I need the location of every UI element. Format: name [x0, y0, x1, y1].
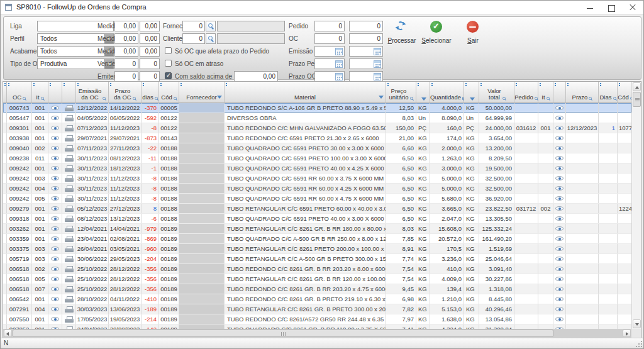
processar-button[interactable]: Processar [383, 21, 421, 44]
printer-icon[interactable] [65, 216, 74, 222]
calendar-icon[interactable] [374, 48, 381, 55]
eye-icon[interactable] [51, 316, 59, 322]
eye-icon[interactable] [555, 206, 564, 211]
eye-icon[interactable] [555, 316, 564, 322]
eye-icon[interactable] [555, 296, 564, 302]
table-row[interactable]: 00924200530/11/202311/12/2023-800188TUBO… [3, 194, 631, 204]
table-row[interactable]: 00571900330/06/202229/05/2023-20400189TU… [3, 254, 631, 264]
eye-icon[interactable] [51, 175, 59, 181]
column-header-it[interactable]: It [32, 82, 48, 103]
eye-icon[interactable] [51, 145, 59, 151]
prazo-oc-to-date[interactable] [349, 71, 383, 82]
fornec-search-button[interactable] [206, 21, 216, 31]
search-icon[interactable] [589, 97, 592, 100]
so-oc-atraso-checkbox[interactable] [165, 60, 172, 67]
medida1-from-input[interactable] [114, 21, 138, 31]
close-icon[interactable] [622, 1, 643, 14]
emitente-to-input[interactable] [140, 71, 160, 82]
printer-icon[interactable] [65, 296, 74, 302]
eye-icon[interactable] [51, 216, 59, 221]
minimize-icon[interactable] [579, 1, 601, 14]
table-row[interactable]: 00337500326/04/202103/05/2021-96000189TU… [3, 244, 631, 254]
eye-icon[interactable] [555, 306, 564, 312]
search-icon[interactable] [502, 97, 506, 100]
vertical-scroll-thumb[interactable] [633, 92, 641, 107]
eye-icon[interactable] [555, 246, 564, 252]
eye-icon[interactable] [51, 206, 59, 211]
eye-icon[interactable] [555, 236, 564, 241]
eye-icon[interactable] [555, 196, 564, 201]
column-header-un2[interactable] [464, 82, 479, 103]
eye-icon[interactable] [51, 196, 59, 201]
eye-icon[interactable] [555, 266, 564, 272]
table-row[interactable]: 00924200430/11/202311/12/2023-800188TUBO… [3, 184, 631, 194]
printer-icon[interactable] [65, 256, 74, 262]
column-header-cod[interactable]: Cód [159, 82, 179, 103]
medida3-from-input[interactable] [114, 46, 138, 57]
table-row[interactable]: 00654200128/10/202204/11/2022-41000189TU… [3, 294, 631, 304]
column-header-preco[interactable]: Preço unitário [386, 82, 416, 103]
printer-icon[interactable] [65, 135, 74, 141]
column-header-fornecedor[interactable]: Fornecedor [179, 82, 225, 103]
table-row[interactable]: 00651800225/10/202228/12/2022-35600189TU… [3, 264, 631, 274]
printer-icon[interactable] [65, 276, 74, 282]
eye-icon[interactable] [555, 165, 564, 171]
column-header-eye[interactable] [48, 82, 62, 103]
column-header-cod2[interactable]: Cód [618, 82, 631, 103]
column-header-dias[interactable]: dias [142, 82, 159, 103]
eye-icon[interactable] [51, 266, 59, 272]
filter-icon[interactable] [379, 96, 384, 99]
column-header-oc[interactable]: OC [7, 82, 32, 103]
medida2-from-input[interactable] [114, 33, 138, 44]
table-row[interactable]: 00393800129/07/202129/07/2021-87300143TU… [3, 133, 631, 143]
table-row[interactable]: 00755000117/05/202319/05/2023-21400189TU… [3, 314, 631, 324]
pedido-to-input[interactable] [349, 21, 383, 31]
column-header-emissao[interactable]: Emissão da OC [76, 82, 109, 103]
eye-icon[interactable] [51, 236, 59, 241]
scroll-down-icon[interactable] [633, 319, 641, 328]
eye-icon[interactable] [555, 175, 564, 181]
column-header-un1[interactable] [416, 82, 430, 103]
emissao-oc-from-date[interactable] [314, 46, 345, 57]
calendar-icon[interactable] [335, 60, 343, 68]
table-row[interactable]: 00927900105/12/202327/12/2023800188TUBO … [3, 204, 631, 214]
table-row[interactable]: 00904000207/11/202327/11/2023-2200188TUB… [3, 143, 631, 153]
emitente-from-input[interactable] [114, 71, 138, 82]
search-icon[interactable] [133, 97, 136, 100]
printer-icon[interactable] [65, 286, 74, 292]
table-row[interactable]: 00931800108/12/202313/12/2023-600188TUBO… [3, 214, 631, 224]
column-header-valor[interactable]: Valor total [479, 82, 514, 103]
printer-icon[interactable] [65, 196, 74, 202]
medida3-to-input[interactable] [140, 46, 160, 57]
eye-icon[interactable] [51, 256, 59, 262]
eye-icon[interactable] [51, 286, 59, 292]
scroll-left-icon[interactable] [4, 330, 12, 337]
scroll-up-icon[interactable] [633, 82, 641, 91]
eye-icon[interactable] [51, 105, 59, 111]
eye-icon[interactable] [51, 155, 59, 161]
com-saldo-input[interactable] [234, 71, 278, 82]
printer-icon[interactable] [65, 206, 74, 212]
column-header-pedido[interactable]: Pedido [514, 82, 538, 103]
eye-icon[interactable] [555, 256, 564, 262]
filter-icon[interactable] [217, 96, 222, 99]
eye-icon[interactable] [555, 286, 564, 292]
oc-from-input[interactable] [314, 33, 345, 44]
eye-icon[interactable] [555, 115, 564, 121]
eye-icon[interactable] [51, 296, 59, 302]
eye-icon[interactable] [555, 145, 564, 151]
vendedor-from-input[interactable] [114, 58, 138, 69]
column-header-it2[interactable]: It [538, 82, 553, 103]
printer-icon[interactable] [65, 306, 74, 313]
search-icon[interactable] [155, 97, 158, 100]
oc-to-input[interactable] [349, 33, 383, 44]
sair-button[interactable]: Sair [454, 21, 492, 44]
table-row[interactable]: 00924200130/11/202318/12/2023-100188TUBO… [3, 163, 631, 174]
eye-icon[interactable] [51, 115, 59, 121]
table-row[interactable]: 00326200112/04/202114/04/2021-97900189TU… [3, 224, 631, 234]
eye-icon[interactable] [51, 306, 59, 312]
maximize-icon[interactable] [601, 1, 622, 14]
selecionar-button[interactable]: Selecionar [418, 21, 455, 44]
eye-icon[interactable] [555, 216, 564, 221]
table-row[interactable]: 00923801130/11/202308/12/2023-1100188TUB… [3, 153, 631, 163]
